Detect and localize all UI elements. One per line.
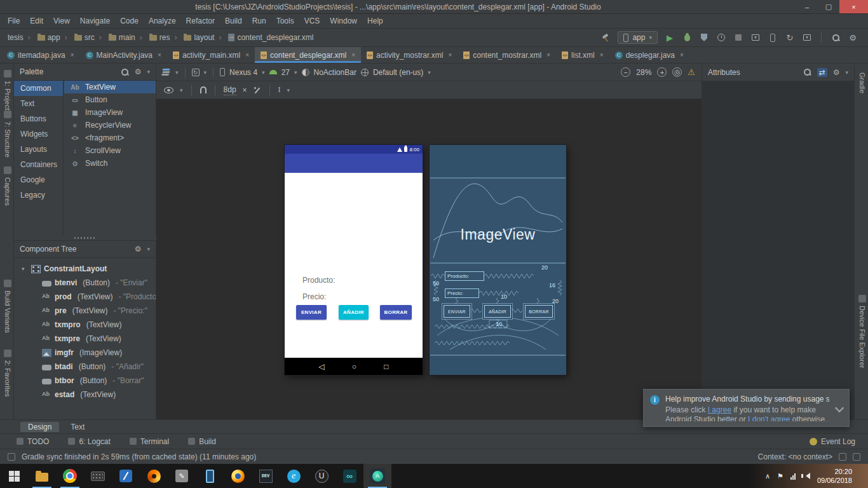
palette-category-buttons[interactable]: Buttons [14,111,63,126]
minimize-button[interactable]: – [796,0,818,13]
taskbar-editor-app[interactable]: ✎ [168,464,196,488]
menu-view[interactable]: View [48,14,75,29]
taskbar-dev-cpp[interactable]: DEV [252,464,280,488]
agree-link[interactable]: I agree [708,405,731,414]
disagree-link[interactable]: I don't agree [748,415,790,421]
tab-activity-main[interactable]: <>activity_main.xml× [167,47,255,63]
chevron-down-icon[interactable] [835,403,844,412]
palette-category-legacy[interactable]: Legacy [14,187,63,203]
sidebar-project[interactable]: 1: Project [1,69,13,110]
tree-node-constraintlayout[interactable]: ▾ ConstraintLayout [14,262,156,276]
tab-text[interactable]: Text [63,422,92,432]
api-selector[interactable]: 27 [281,68,290,77]
start-button[interactable] [0,464,28,488]
chevron-down-icon[interactable]: ▾ [287,87,290,93]
menu-edit[interactable]: Edit [25,14,48,29]
close-icon[interactable]: × [448,51,452,58]
tree-node-txmpro[interactable]: txmpro(TextView) [14,318,156,332]
flag-icon[interactable]: ⚑ [777,472,783,480]
preview-precio-label[interactable]: Precio: [302,292,326,301]
palette-category-widgets[interactable]: Widgets [14,126,63,142]
palette-item-fragment[interactable]: <><fragment> [64,132,156,144]
run-button[interactable]: ▶ [665,32,675,43]
chevron-down-icon[interactable]: ▾ [204,69,207,76]
zoom-fit-icon[interactable]: ◎ [672,67,682,77]
coverage-icon[interactable] [699,32,709,43]
gear-icon[interactable]: ⚙ [135,245,142,254]
tree-node-imgfr[interactable]: imgfr(ImageView) [14,346,156,360]
tab-list[interactable]: <>list.xml× [556,47,609,63]
default-margin-button[interactable]: 8dp [224,85,236,95]
tree-node-prod[interactable]: prod(TextView)- "Producto: " [14,290,156,304]
close-icon[interactable]: × [245,51,249,58]
hide-panel-icon[interactable]: ▾ [845,69,848,76]
blueprint-precio[interactable]: Precio: [445,288,479,298]
menu-code[interactable]: Code [115,14,144,29]
network-signal-icon[interactable] [790,473,796,480]
profiler-icon[interactable] [716,32,726,43]
taskbar-ie[interactable]: e [280,464,308,488]
sync-gradle-icon[interactable]: ↻ [785,32,795,43]
tab-itemadap[interactable]: Citemadap.java× [1,47,80,63]
sdk-manager-icon[interactable]: ▾ [802,32,812,43]
taskbar-usb-app[interactable] [112,464,140,488]
tree-node-txmpre[interactable]: txmpre(TextView) [14,332,156,346]
attach-debugger-icon[interactable]: ▾ [750,32,761,43]
swap-panel-icon[interactable]: ⇄ [817,68,827,77]
chevron-down-icon[interactable]: ▾ [294,69,297,76]
lock-icon[interactable] [839,453,846,461]
palette-category-layouts[interactable]: Layouts [14,142,63,157]
chevron-down-icon[interactable]: ▾ [22,266,28,272]
design-surface-icon[interactable] [163,69,171,76]
search-icon[interactable] [121,68,129,76]
taskbar-clock[interactable]: 20:20 09/06/2018 [817,467,852,485]
maximize-button[interactable]: ▢ [818,0,839,13]
palette-category-text[interactable]: Text [14,96,63,111]
menu-navigate[interactable]: Navigate [75,14,115,29]
show-hidden-icons[interactable]: ∧ [765,472,770,480]
volume-icon[interactable] [803,473,810,479]
sidebar-structure[interactable]: 7: Structure [1,109,13,158]
menu-help[interactable]: Help [362,14,388,29]
toolwindow-terminal[interactable]: Terminal [130,437,169,446]
panel-menu-icon[interactable]: ▾ [147,246,150,252]
toolwindow-build[interactable]: Build [188,437,216,446]
tab-desplegar[interactable]: Cdesplegar.java× [609,47,689,63]
debug-icon[interactable] [682,32,692,43]
toolwindow-event-log[interactable]: Event Log [810,437,868,446]
notification-balloon[interactable]: i Help improve Android Studio by sending… [643,389,850,427]
taskbar-chrome[interactable] [56,464,84,488]
menu-refactor[interactable]: Refactor [181,14,220,29]
blueprint-anadir-button[interactable]: AÑADIR [484,305,511,318]
blueprint-enviar-button[interactable]: ENVIAR [444,305,470,318]
palette-item-switch[interactable]: ⊙Switch [64,157,156,170]
close-icon[interactable]: × [680,51,684,58]
chevron-down-icon[interactable]: ▾ [428,69,431,76]
close-icon[interactable]: × [71,51,74,58]
zoom-out-icon[interactable]: − [621,67,630,77]
preview-enviar-button[interactable]: ENVIAR [296,305,327,320]
breadcrumb-res[interactable]: res [135,33,170,42]
menu-file[interactable]: File [3,14,25,29]
taskbar-spiral-app[interactable] [140,464,168,488]
palette-item-textview[interactable]: AbTextView [64,81,156,93]
blueprint-producto[interactable]: Producto: [445,271,484,281]
menu-build[interactable]: Build [220,14,247,29]
close-icon[interactable]: × [546,51,550,58]
panel-splitter[interactable] [14,235,156,240]
preview-anadir-button[interactable]: AÑADIR [339,305,369,320]
taskbar-infinity-app[interactable]: ∞ [336,464,363,488]
blueprint-preview[interactable]: ImageView Producto: Precio: ENVIAR AÑADI… [430,145,566,375]
menu-tools[interactable]: Tools [271,14,299,29]
locale-selector[interactable]: Default (en-us) [373,68,423,77]
avd-manager-icon[interactable] [768,32,778,43]
indent-indicator-icon[interactable] [853,453,860,461]
chevron-down-icon[interactable]: ▾ [180,87,183,93]
panel-menu-icon[interactable]: ▾ [147,69,150,75]
breadcrumb-app[interactable]: app [24,33,60,42]
taskbar-unity[interactable]: U [308,464,336,488]
blueprint-borrar-button[interactable]: BORRAR [525,305,553,318]
tab-design[interactable]: Design [20,422,59,432]
chevron-down-icon[interactable]: ▾ [175,69,179,76]
tree-node-btenvi[interactable]: btenvi(Button)- "Enviar" [14,276,156,290]
